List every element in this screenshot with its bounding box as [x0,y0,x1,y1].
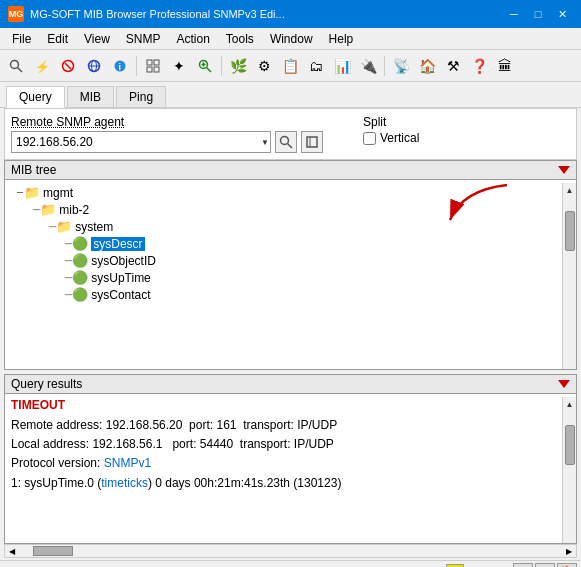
menu-tools[interactable]: Tools [218,30,262,48]
leaf-sysUpTime-icon: 🟢 [72,270,88,285]
horizontal-scrollbar[interactable]: ◀ ▶ [4,544,577,558]
folder-system-icon: 📁 [56,219,72,234]
toolbar-btn-2[interactable]: ⚡ [30,54,54,78]
svg-line-1 [18,67,23,72]
svg-rect-13 [154,67,159,72]
agent-config-button[interactable] [301,131,323,153]
mib-tree-header-label: MIB tree [11,163,56,177]
title-bar-controls: ─ □ ✕ [503,5,573,23]
mib-tree-scrollbar[interactable]: ▲ [562,183,576,369]
toolbar-btn-folder[interactable]: 🗂 [304,54,328,78]
app-icon: MG [8,6,24,22]
remote-agent-label: Remote SNMP agent [11,115,323,129]
agent-form-group: Remote SNMP agent 192.168.56.20 ▼ [11,115,323,153]
tree-node-sysContact[interactable]: ─ 🟢 sysContact [9,286,572,303]
toolbar-btn-cancel[interactable] [56,54,80,78]
mib-tree-header: MIB tree [5,161,576,180]
svg-text:i: i [119,62,122,72]
qr-scroll-up[interactable]: ▲ [563,397,577,411]
status-icon-3[interactable]: 🏠 [557,563,577,568]
connector-mib2: ─ [33,203,40,217]
menu-window[interactable]: Window [262,30,321,48]
query-results-content[interactable]: TIMEOUT Remote address: 192.168.56.20 po… [5,394,576,540]
connector-sysDescr: ─ [65,237,72,251]
toolbar-btn-info[interactable]: i [108,54,132,78]
toolbar-btn-home[interactable]: 🏠 [415,54,439,78]
toolbar-btn-capture[interactable]: 📡 [389,54,413,78]
toolbar-btn-question[interactable]: ❓ [467,54,491,78]
svg-rect-20 [307,137,317,147]
status-icon-1[interactable]: ✓ [513,563,533,568]
svg-rect-12 [147,67,152,72]
toolbar-btn-zoom[interactable] [193,54,217,78]
tree-node-sysUpTime[interactable]: ─ 🟢 sysUpTime [9,269,572,286]
agent-search-button[interactable] [275,131,297,153]
result-line-2: Local address: 192.168.56.1 port: 54440 … [11,435,570,454]
mib-tree-section: MIB tree ─ 📁 mgmt ─ 📁 mib-2 ─ 📁 system [4,160,577,370]
menu-view[interactable]: View [76,30,118,48]
hscroll-thumb[interactable] [33,546,73,556]
toolbar-btn-globe[interactable] [82,54,106,78]
title-bar-left: MG MG-SOFT MIB Browser Professional SNMP… [8,6,285,22]
toolbar-btn-grid[interactable] [141,54,165,78]
toolbar-separator-1 [136,56,137,76]
tab-bar: Query MIB Ping [0,82,581,108]
timeticks-link[interactable]: timeticks [101,476,148,490]
leaf-sysContact-icon: 🟢 [72,287,88,302]
menu-snmp[interactable]: SNMP [118,30,169,48]
minimize-button[interactable]: ─ [503,5,525,23]
svg-rect-11 [154,60,159,65]
tree-label-sysDescr: sysDescr [91,237,144,251]
tree-node-mgmt[interactable]: ─ 📁 mgmt [9,184,572,201]
snmpv1-link[interactable]: SNMPv1 [104,456,151,470]
tree-node-mib2[interactable]: ─ 📁 mib-2 [9,201,572,218]
svg-line-15 [207,67,212,72]
timeout-text: TIMEOUT [11,398,570,412]
tree-node-sysObjectID[interactable]: ─ 🟢 sysObjectID [9,252,572,269]
hscroll-left-arrow[interactable]: ◀ [5,544,19,558]
tab-query[interactable]: Query [6,86,65,108]
scroll-up-arrow[interactable]: ▲ [563,183,577,197]
svg-rect-10 [147,60,152,65]
connector-sysContact: ─ [65,288,72,302]
mib-tree-collapse-icon[interactable] [558,166,570,174]
toolbar-btn-settings[interactable]: ⚙ [252,54,276,78]
toolbar-separator-2 [221,56,222,76]
status-right: http:// 🔒 SNMPv1 ✓ ✓ 🏠 [417,563,577,568]
scroll-thumb[interactable] [565,211,575,251]
toolbar-btn-building[interactable]: 🏛 [493,54,517,78]
agent-input[interactable]: 192.168.56.20 [11,131,271,153]
expand-mgmt[interactable]: ─ [17,187,23,198]
toolbar-btn-star[interactable]: ✦ [167,54,191,78]
svg-text:⚡: ⚡ [35,59,49,73]
toolbar-btn-chart[interactable]: 📊 [330,54,354,78]
query-results-collapse-icon[interactable] [558,380,570,388]
close-button[interactable]: ✕ [551,5,573,23]
tree-node-system[interactable]: ─ 📁 system [9,218,572,235]
tab-mib[interactable]: MIB [67,86,114,107]
toolbar-btn-clipboard[interactable]: 📋 [278,54,302,78]
toolbar-btn-leaf[interactable]: 🌿 [226,54,250,78]
hscroll-right-arrow[interactable]: ▶ [562,544,576,558]
vertical-checkbox[interactable] [363,132,376,145]
menu-edit[interactable]: Edit [39,30,76,48]
tab-ping[interactable]: Ping [116,86,166,107]
menu-action[interactable]: Action [169,30,218,48]
tree-node-sysDescr[interactable]: ─ 🟢 sysDescr [9,235,572,252]
menu-help[interactable]: Help [321,30,362,48]
agent-label-section: Remote SNMP agent 192.168.56.20 ▼ Split … [11,115,570,153]
vertical-label: Vertical [380,131,419,145]
status-icon-2[interactable]: ✓ [535,563,555,568]
toolbar-btn-tools2[interactable]: ⚒ [441,54,465,78]
qr-scroll-thumb[interactable] [565,425,575,465]
toolbar-btn-network[interactable]: 🔌 [356,54,380,78]
status-icon-lock[interactable]: 🔒 [446,564,464,568]
query-results-scrollbar[interactable]: ▲ [562,397,576,543]
vertical-checkbox-row: Vertical [363,131,419,145]
maximize-button[interactable]: □ [527,5,549,23]
svg-line-19 [288,144,293,149]
folder-mib2-icon: 📁 [40,202,56,217]
menu-file[interactable]: File [4,30,39,48]
toolbar-btn-search[interactable] [4,54,28,78]
leaf-sysObjectID-icon: 🟢 [72,253,88,268]
